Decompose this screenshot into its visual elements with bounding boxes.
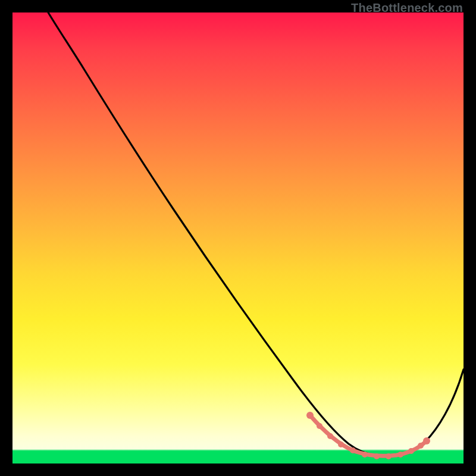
bottleneck-curve [48,12,464,456]
watermark-text: TheBottleneck.com [351,1,463,15]
svg-point-10 [418,443,424,449]
svg-point-5 [362,452,368,458]
svg-point-9 [408,448,414,454]
svg-point-1 [317,423,322,429]
chart-frame: TheBottleneck.com [0,0,476,476]
svg-point-4 [350,447,356,453]
svg-point-3 [338,441,344,447]
svg-point-8 [397,452,403,458]
chart-svg [12,12,464,464]
svg-point-11 [423,437,430,444]
svg-point-7 [386,453,392,459]
svg-point-6 [374,453,380,459]
svg-point-0 [306,412,314,419]
svg-point-2 [327,433,333,439]
